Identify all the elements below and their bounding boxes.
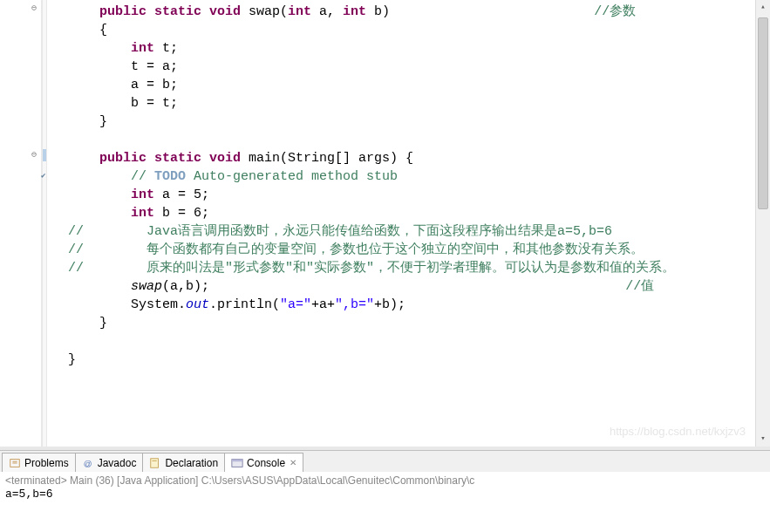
code-line[interactable]: int a = 5; xyxy=(68,186,755,204)
console-header: <terminated> Main (36) [Java Application… xyxy=(0,472,770,487)
editor-region: ⊖⊖ ✔ public static void swap(int a, int … xyxy=(0,0,770,447)
tab-label: Problems xyxy=(24,457,69,469)
tab-console[interactable]: Console ✕ xyxy=(224,453,303,472)
svg-text:@: @ xyxy=(83,458,92,467)
tab-label: Console xyxy=(247,457,285,469)
svg-rect-4 xyxy=(151,458,159,467)
problems-icon xyxy=(9,457,21,469)
tabs-row: Problems @ Javadoc Declaration Console ✕ xyxy=(0,451,770,472)
code-line[interactable] xyxy=(68,332,755,351)
code-line[interactable]: swap(a,b); //值 xyxy=(68,277,755,296)
override-marker xyxy=(43,149,46,161)
tab-declaration[interactable]: Declaration xyxy=(142,453,225,472)
console-icon xyxy=(231,457,243,469)
code-line[interactable]: int t; xyxy=(68,39,755,58)
close-icon[interactable]: ✕ xyxy=(290,458,296,467)
scroll-down-arrow[interactable]: ▾ xyxy=(756,432,770,447)
code-line[interactable]: // 原来的叫法是"形式参数"和"实际参数"，不便于初学者理解。可以认为是参数和… xyxy=(68,259,755,277)
code-line[interactable]: public static void swap(int a, int b) //… xyxy=(68,3,755,21)
code-line[interactable]: a = b; xyxy=(68,76,755,94)
tab-javadoc[interactable]: @ Javadoc xyxy=(75,453,144,472)
code-line[interactable]: t = a; xyxy=(68,58,755,76)
tab-problems[interactable]: Problems xyxy=(2,453,76,472)
bottom-panel: Problems @ Javadoc Declaration Console ✕… xyxy=(0,450,770,532)
scroll-thumb[interactable] xyxy=(758,17,768,209)
tab-label: Javadoc xyxy=(98,457,137,469)
code-line[interactable]: } xyxy=(68,351,755,369)
code-line[interactable]: } xyxy=(68,314,755,332)
console-output[interactable]: a=5,b=6 xyxy=(0,487,770,501)
code-area[interactable]: public static void swap(int a, int b) //… xyxy=(47,0,755,447)
vertical-scrollbar[interactable]: ▴ ▾ xyxy=(755,0,770,447)
code-line[interactable]: b = t; xyxy=(68,94,755,113)
code-line[interactable]: // Java语言调用函数时，永远只能传值给函数，下面这段程序输出结果是a=5,… xyxy=(68,222,755,241)
declaration-icon xyxy=(149,457,161,469)
svg-rect-7 xyxy=(232,459,242,461)
gutter: ⊖⊖ xyxy=(0,0,42,447)
code-line[interactable]: public static void main(String[] args) { xyxy=(68,149,755,167)
scroll-up-arrow[interactable]: ▴ xyxy=(756,0,770,15)
code-line[interactable] xyxy=(68,131,755,149)
code-line[interactable]: // TODO Auto-generated method stub xyxy=(68,167,755,186)
javadoc-icon: @ xyxy=(82,457,94,469)
code-line[interactable]: System.out.println("a="+a+",b="+b); xyxy=(68,296,755,314)
code-line[interactable]: // 每个函数都有自己的变量空间，参数也位于这个独立的空间中，和其他参数没有关系… xyxy=(68,241,755,259)
code-line[interactable]: int b = 6; xyxy=(68,204,755,222)
fold-collapse-icon[interactable]: ⊖ xyxy=(31,149,37,160)
tab-label: Declaration xyxy=(165,457,218,469)
code-line[interactable]: } xyxy=(68,113,755,131)
fold-collapse-icon[interactable]: ⊖ xyxy=(31,3,37,13)
code-line[interactable]: { xyxy=(68,21,755,39)
